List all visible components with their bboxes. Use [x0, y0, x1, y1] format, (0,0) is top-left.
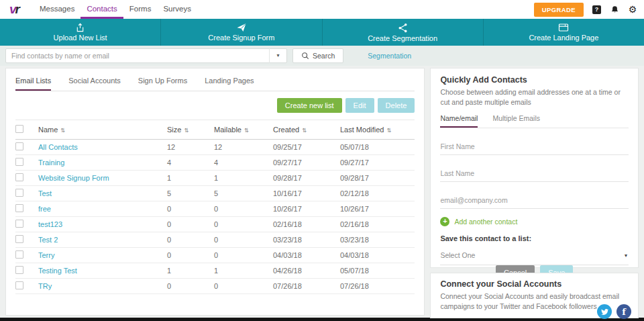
action-label: Upload New List [54, 34, 107, 42]
select-all-checkbox[interactable] [15, 125, 23, 133]
list-select[interactable]: Select One ▾ [440, 245, 629, 265]
header-actions: UPGRADE ? ⚙ [534, 3, 637, 17]
column-header-last-modified[interactable]: Last Modified [340, 126, 384, 134]
tab-name-email[interactable]: Name/email [440, 114, 478, 128]
notifications-bell-icon[interactable] [610, 5, 619, 14]
nav-surveys[interactable]: Surveys [157, 0, 197, 19]
table-row[interactable]: test123 0 0 02/16/18 02/16/18 [15, 217, 415, 232]
last-name-field[interactable] [440, 166, 629, 182]
list-name-link[interactable]: TRy [38, 282, 52, 290]
row-checkbox[interactable] [15, 250, 23, 259]
row-checkbox[interactable] [15, 266, 23, 274]
row-checkbox[interactable] [15, 204, 23, 212]
row-checkbox[interactable] [15, 281, 23, 289]
search-button-label: Search [313, 52, 335, 60]
list-created: 09/28/17 [273, 171, 340, 186]
nav-messages[interactable]: Messages [34, 0, 80, 19]
table-row[interactable]: Testing Test 1 1 04/26/18 05/07/18 [15, 263, 415, 279]
upgrade-button[interactable]: UPGRADE [534, 3, 584, 17]
edit-button[interactable]: Edit [345, 98, 374, 113]
create-landing-page-button[interactable]: Create Landing Page [483, 19, 644, 46]
create-segmentation-button[interactable]: Create Segmentation [322, 19, 483, 46]
row-checkbox[interactable] [15, 189, 23, 197]
tab-email-lists[interactable]: Email Lists [15, 77, 51, 91]
facebook-icon[interactable]: f [616, 304, 631, 319]
column-header-size[interactable]: Size [167, 126, 181, 134]
table-row[interactable]: Terry 0 0 04/03/18 04/03/18 [15, 248, 415, 263]
table-row[interactable]: Test 2 0 0 03/23/18 03/23/18 [15, 232, 415, 248]
quick-add-panel: Quickly Add Contacts Choose between addi… [430, 68, 639, 268]
table-row[interactable]: free 0 0 10/26/17 10/26/17 [15, 201, 415, 217]
settings-gear-icon[interactable]: ⚙ [628, 5, 637, 14]
app-logo[interactable]: vr [9, 2, 19, 17]
row-checkbox[interactable] [15, 158, 23, 166]
social-icons: f [597, 304, 631, 319]
column-header-mailable[interactable]: Mailable [214, 126, 241, 134]
segmentation-link[interactable]: Segmentation [368, 52, 411, 60]
help-icon[interactable]: ? [592, 5, 601, 14]
email-lists-panel: Email Lists Social Accounts Sign Up Form… [5, 68, 425, 316]
main-nav: Messages Contacts Forms Surveys [34, 0, 197, 19]
row-checkbox[interactable] [15, 235, 23, 243]
list-name-link[interactable]: Testing Test [38, 267, 77, 275]
list-name-link[interactable]: All Contacts [38, 143, 78, 151]
nav-forms[interactable]: Forms [123, 0, 158, 19]
upload-new-list-button[interactable]: Upload New List [0, 19, 160, 46]
right-column: Quickly Add Contacts Choose between addi… [430, 68, 639, 316]
list-name-link[interactable]: Training [38, 158, 64, 167]
first-name-field[interactable] [440, 139, 629, 155]
table-row[interactable]: TRy 0 0 07/26/18 07/26/18 [15, 279, 415, 294]
list-modified: 09/28/17 [340, 171, 415, 186]
list-name-link[interactable]: Terry [38, 251, 54, 259]
create-new-list-button[interactable]: Create new list [277, 98, 342, 113]
list-name-link[interactable]: test123 [38, 220, 62, 228]
tab-multiple-emails[interactable]: Multiple Emails [492, 114, 540, 128]
search-input[interactable] [6, 52, 269, 60]
list-modified: 07/26/18 [340, 279, 415, 294]
delete-button[interactable]: Delete [378, 98, 415, 113]
add-another-contact-button[interactable]: + Add another contact [440, 217, 629, 226]
sort-icon[interactable]: ⇅ [244, 127, 249, 134]
list-created: 07/26/18 [273, 279, 340, 294]
search-dropdown-caret-icon[interactable]: ▾ [269, 48, 286, 63]
upload-list-icon [75, 23, 85, 32]
list-toolbar: Create new list Edit Delete [15, 91, 415, 120]
row-checkbox[interactable] [15, 142, 23, 150]
content: Email Lists Social Accounts Sign Up Form… [0, 66, 644, 316]
save-to-list-label: Save this contact to a list: [440, 234, 629, 242]
create-signup-form-button[interactable]: Create Signup Form [160, 19, 321, 46]
list-modified: 03/23/18 [340, 232, 415, 248]
list-size: 4 [167, 155, 214, 171]
email-field[interactable] [440, 193, 629, 209]
action-label: Create Landing Page [529, 34, 598, 42]
action-label: Create Signup Form [208, 34, 274, 42]
twitter-icon[interactable] [597, 304, 612, 319]
tab-social-accounts[interactable]: Social Accounts [68, 77, 121, 91]
sort-icon[interactable]: ⇅ [184, 127, 189, 134]
sort-icon[interactable]: ⇅ [386, 127, 391, 134]
list-mailable: 0 [214, 217, 273, 232]
landing-page-icon [558, 23, 569, 32]
table-row[interactable]: Website Signup Form 1 1 09/28/17 09/28/1… [15, 171, 415, 186]
list-name-link[interactable]: Website Signup Form [38, 174, 109, 182]
list-name-link[interactable]: free [38, 205, 51, 213]
table-row[interactable]: Training 4 4 09/27/17 09/27/17 [15, 155, 415, 171]
list-name-link[interactable]: Test [38, 189, 52, 197]
table-row[interactable]: All Contacts 12 12 09/25/17 05/07/18 [15, 140, 415, 155]
list-name-link[interactable]: Test 2 [38, 236, 58, 244]
sort-icon[interactable]: ⇅ [302, 127, 307, 134]
list-table-body: All Contacts 12 12 09/25/17 05/07/18 Tra… [15, 140, 415, 294]
sort-icon[interactable]: ⇅ [60, 127, 65, 134]
tab-sign-up-forms[interactable]: Sign Up Forms [138, 77, 187, 91]
search-button[interactable]: Search [292, 48, 343, 63]
search-box: ▾ [5, 48, 287, 63]
table-row[interactable]: Test 5 5 10/16/17 02/12/18 [15, 186, 415, 201]
list-created: 10/26/17 [273, 201, 340, 217]
tab-landing-pages[interactable]: Landing Pages [205, 77, 254, 91]
column-header-created[interactable]: Created [273, 126, 299, 134]
row-checkbox[interactable] [15, 220, 23, 228]
nav-contacts[interactable]: Contacts [80, 0, 123, 19]
column-header-name[interactable]: Name [38, 126, 58, 134]
row-checkbox[interactable] [15, 173, 23, 181]
list-modified: 05/07/18 [340, 263, 415, 279]
